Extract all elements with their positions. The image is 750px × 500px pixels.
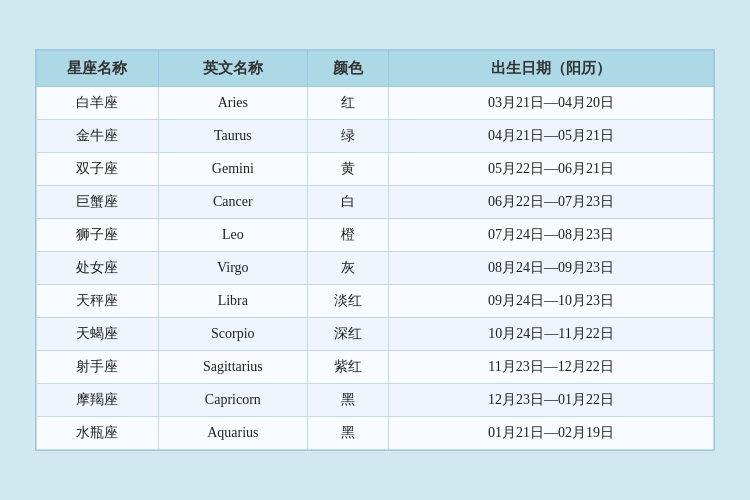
cell-chinese: 处女座 [37,252,159,285]
cell-english: Virgo [158,252,307,285]
cell-english: Cancer [158,186,307,219]
cell-color: 黄 [307,153,388,186]
cell-chinese: 天秤座 [37,285,159,318]
table-row: 天蝎座Scorpio深红10月24日—11月22日 [37,318,714,351]
cell-chinese: 射手座 [37,351,159,384]
cell-chinese: 巨蟹座 [37,186,159,219]
cell-english: Aquarius [158,417,307,450]
header-color: 颜色 [307,51,388,87]
table-row: 狮子座Leo橙07月24日—08月23日 [37,219,714,252]
header-english-name: 英文名称 [158,51,307,87]
cell-chinese: 狮子座 [37,219,159,252]
table-row: 双子座Gemini黄05月22日—06月21日 [37,153,714,186]
cell-color: 白 [307,186,388,219]
cell-date: 01月21日—02月19日 [389,417,714,450]
cell-date: 04月21日—05月21日 [389,120,714,153]
cell-color: 紫红 [307,351,388,384]
cell-english: Aries [158,87,307,120]
table-row: 水瓶座Aquarius黑01月21日—02月19日 [37,417,714,450]
cell-date: 05月22日—06月21日 [389,153,714,186]
cell-color: 橙 [307,219,388,252]
cell-english: Gemini [158,153,307,186]
cell-chinese: 金牛座 [37,120,159,153]
cell-chinese: 水瓶座 [37,417,159,450]
cell-english: Sagittarius [158,351,307,384]
cell-date: 07月24日—08月23日 [389,219,714,252]
table-row: 金牛座Taurus绿04月21日—05月21日 [37,120,714,153]
cell-date: 03月21日—04月20日 [389,87,714,120]
zodiac-table: 星座名称 英文名称 颜色 出生日期（阳历） 白羊座Aries红03月21日—04… [36,50,714,450]
cell-color: 黑 [307,417,388,450]
table-body: 白羊座Aries红03月21日—04月20日金牛座Taurus绿04月21日—0… [37,87,714,450]
cell-english: Taurus [158,120,307,153]
zodiac-table-container: 星座名称 英文名称 颜色 出生日期（阳历） 白羊座Aries红03月21日—04… [35,49,715,451]
table-row: 巨蟹座Cancer白06月22日—07月23日 [37,186,714,219]
cell-color: 灰 [307,252,388,285]
cell-english: Capricorn [158,384,307,417]
cell-color: 淡红 [307,285,388,318]
table-row: 天秤座Libra淡红09月24日—10月23日 [37,285,714,318]
cell-english: Scorpio [158,318,307,351]
cell-color: 红 [307,87,388,120]
cell-english: Libra [158,285,307,318]
cell-date: 06月22日—07月23日 [389,186,714,219]
cell-date: 11月23日—12月22日 [389,351,714,384]
cell-english: Leo [158,219,307,252]
cell-date: 10月24日—11月22日 [389,318,714,351]
cell-color: 绿 [307,120,388,153]
header-date: 出生日期（阳历） [389,51,714,87]
table-row: 白羊座Aries红03月21日—04月20日 [37,87,714,120]
cell-color: 黑 [307,384,388,417]
table-header-row: 星座名称 英文名称 颜色 出生日期（阳历） [37,51,714,87]
cell-date: 12月23日—01月22日 [389,384,714,417]
table-row: 射手座Sagittarius紫红11月23日—12月22日 [37,351,714,384]
cell-color: 深红 [307,318,388,351]
header-chinese-name: 星座名称 [37,51,159,87]
cell-chinese: 白羊座 [37,87,159,120]
cell-chinese: 摩羯座 [37,384,159,417]
cell-date: 08月24日—09月23日 [389,252,714,285]
cell-date: 09月24日—10月23日 [389,285,714,318]
cell-chinese: 天蝎座 [37,318,159,351]
table-row: 处女座Virgo灰08月24日—09月23日 [37,252,714,285]
table-row: 摩羯座Capricorn黑12月23日—01月22日 [37,384,714,417]
cell-chinese: 双子座 [37,153,159,186]
